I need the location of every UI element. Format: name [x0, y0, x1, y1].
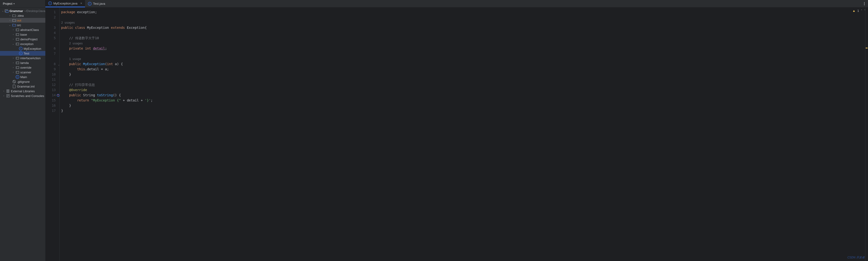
chevron-right-icon[interactable]: › — [12, 57, 14, 59]
close-icon[interactable]: × — [80, 1, 82, 5]
gutter-line[interactable] — [45, 56, 60, 61]
chevron-down-icon[interactable]: ⌄ — [2, 10, 4, 12]
tab-label: Test.java — [93, 2, 105, 5]
project-label: Project — [3, 2, 12, 5]
tree-item-exception[interactable]: ⌄exception — [0, 41, 45, 46]
line-number: 17 — [52, 109, 56, 112]
class-icon: C — [16, 75, 19, 79]
gutter-line[interactable]: 3 — [45, 25, 60, 30]
chevron-right-icon[interactable]: › — [8, 14, 11, 17]
tree-item-scratches-and-consoles[interactable]: ›Scratches and Consoles — [0, 93, 45, 98]
tree-item-myexception[interactable]: CMyException — [0, 46, 45, 51]
line-number: 5 — [54, 36, 56, 40]
tree-label: lamda — [20, 61, 29, 65]
gutter-line[interactable]: 13 — [45, 87, 60, 93]
tree-item-src[interactable]: ⌄src — [0, 23, 45, 27]
tree-item-scanner[interactable]: ›scanner — [0, 70, 45, 74]
chevron-right-icon[interactable]: › — [8, 19, 11, 22]
class-icon: C — [19, 52, 23, 55]
project-dropdown[interactable]: Project ▾ — [0, 0, 45, 7]
gutter-line[interactable]: 9 — [45, 67, 60, 72]
gutter-line[interactable]: 10 — [45, 72, 60, 77]
gutter-line[interactable] — [45, 41, 60, 46]
marker-strip[interactable] — [865, 7, 868, 261]
chevron-right-icon[interactable]: › — [12, 38, 14, 40]
annotation: @Override — [69, 88, 87, 92]
gutter-line[interactable]: 12 — [45, 82, 60, 87]
tree-label: MyException — [24, 47, 41, 51]
line-gutter: 12345678⌄91011121314⌄151617 — [45, 7, 60, 261]
src-folder-icon — [12, 23, 16, 27]
gutter-line[interactable]: 1 — [45, 9, 60, 14]
tree-label: scanner — [20, 71, 31, 74]
svg-rect-12 — [16, 43, 19, 45]
chevron-down-icon[interactable]: ⌄ — [8, 24, 11, 26]
tree-item--gitignore[interactable]: .gitignore — [0, 79, 45, 84]
gutter-line[interactable]: 17 — [45, 108, 60, 113]
lib-icon — [6, 89, 10, 93]
tree-label: Main — [20, 75, 27, 79]
gutter-line[interactable] — [45, 20, 60, 25]
gutter-line[interactable]: 14⌄ — [45, 93, 60, 98]
tab-test-java[interactable]: CTest.java — [85, 0, 108, 7]
svg-rect-10 — [16, 38, 19, 40]
code-content[interactable]: package exception; 2 usages public class… — [60, 7, 865, 261]
gutter-line[interactable]: 6 — [45, 46, 60, 51]
tree-item-grammar-iml[interactable]: Grammar.iml — [0, 84, 45, 89]
svg-point-25 — [17, 72, 17, 72]
tab-myexception-java[interactable]: CMyException.java× — [45, 0, 85, 7]
gutter-line[interactable]: 11 — [45, 77, 60, 82]
class-icon: C — [19, 47, 23, 51]
inspection-summary[interactable]: ▲ 1 ˄ ˅ — [852, 9, 866, 12]
tree-item--idea[interactable]: ›.idea — [0, 13, 45, 18]
line-number: 8 — [54, 62, 56, 66]
code-editor[interactable]: 12345678⌄91011121314⌄151617 package exce… — [45, 7, 868, 261]
gutter-line[interactable]: 5 — [45, 35, 60, 41]
gitignore-icon — [12, 80, 16, 84]
tree-label: override — [20, 66, 31, 69]
gutter-line[interactable]: 7 — [45, 51, 60, 56]
line-number: 6 — [54, 46, 56, 50]
chevron-right-icon[interactable]: › — [2, 95, 5, 97]
tree-item-interfaceaction[interactable]: ›interfaceAction — [0, 56, 45, 60]
tree-item-main[interactable]: CMain — [0, 74, 45, 79]
usage-hint[interactable]: 2 usages — [61, 21, 75, 24]
chevron-down-icon[interactable]: ⌄ — [12, 43, 14, 45]
line-number: 2 — [54, 15, 56, 19]
tree-item-abstractclass[interactable]: ›abstractClass — [0, 27, 45, 32]
usage-hint[interactable]: 2 usages — [69, 42, 83, 45]
more-options-icon[interactable] — [864, 2, 865, 5]
tree-item-out[interactable]: ›out — [0, 18, 45, 23]
tree-item-override[interactable]: ›override — [0, 65, 45, 70]
svg-rect-22 — [16, 67, 19, 69]
chevron-right-icon[interactable]: › — [2, 90, 5, 92]
tree-item-external-libraries[interactable]: ›External Libraries — [0, 89, 45, 93]
warning-marker[interactable] — [866, 48, 868, 48]
tree-label: exception — [20, 42, 34, 46]
gutter-line[interactable]: 15 — [45, 98, 60, 103]
svg-text:C: C — [20, 47, 22, 50]
tree-item-lamda[interactable]: ›lamda — [0, 60, 45, 65]
chevron-right-icon[interactable]: › — [12, 71, 14, 73]
class-icon: C — [88, 2, 92, 6]
chevron-right-icon[interactable]: › — [12, 62, 14, 64]
gutter-line[interactable]: 4 — [45, 30, 60, 35]
tree-item-grammar[interactable]: ⌄Grammar ~/Desktop/JavaC — [0, 8, 45, 13]
tree-item-demoproject[interactable]: ›demoProject — [0, 37, 45, 41]
svg-text:C: C — [20, 52, 22, 55]
chevron-right-icon[interactable]: › — [12, 33, 14, 36]
nav-up-icon[interactable]: ˄ — [861, 9, 862, 12]
line-number: 11 — [52, 78, 56, 81]
gutter-line[interactable]: 16 — [45, 103, 60, 108]
gutter-line[interactable]: 8⌄ — [45, 61, 60, 67]
chevron-right-icon[interactable]: › — [12, 66, 14, 69]
tree-item-base[interactable]: ›base — [0, 32, 45, 37]
tree-item-test[interactable]: CTest — [0, 51, 45, 56]
package-icon — [16, 56, 19, 60]
tree-label: .gitignore — [17, 80, 30, 84]
chevron-right-icon[interactable]: › — [12, 29, 14, 31]
usage-hint[interactable]: 1 usage — [69, 57, 81, 61]
gutter-line[interactable]: 2 — [45, 14, 60, 20]
tree-label: .idea — [17, 14, 24, 18]
tree-label: Grammar.iml — [17, 85, 34, 88]
